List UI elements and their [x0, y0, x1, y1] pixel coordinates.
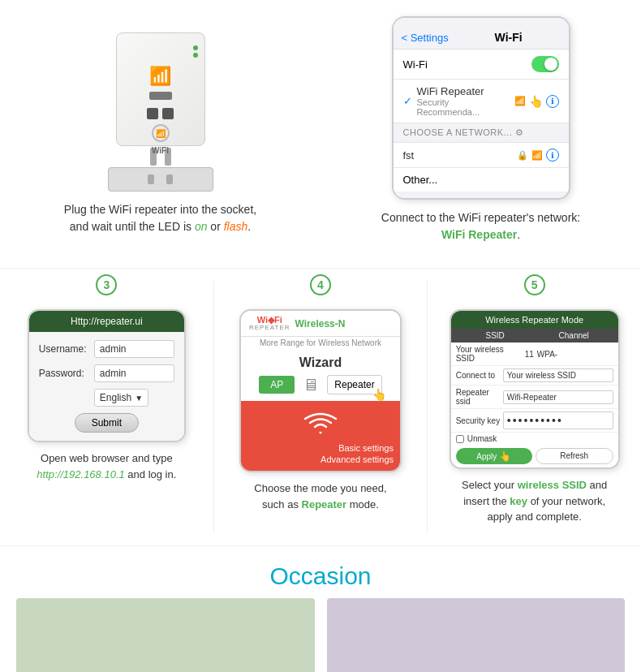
advanced-settings-link[interactable]: Advanced settings: [320, 454, 394, 464]
ios-fst-icons: 🔒 📶 ℹ: [517, 149, 559, 162]
wifi-symbol: 📶: [149, 66, 171, 87]
ios-bottom-bar: [394, 192, 569, 198]
ssid-security: WPA-: [537, 350, 557, 359]
repeater-ssid-input[interactable]: Wifi-Repeater: [503, 390, 613, 404]
step-5-block: 5 Wireless Repeater Mode SSID Channel Yo…: [428, 281, 641, 533]
connect-to-row: Connect to Your wireless SSID: [451, 366, 618, 386]
ios-wifi-toggle[interactable]: [531, 56, 559, 72]
submit-row: Submit: [39, 413, 174, 433]
repeater-ssid-row: Repeater ssid Wifi-Repeater: [451, 386, 618, 409]
step-5-caption: Select your wireless SSID and insert the…: [462, 477, 607, 525]
login-form: Username: admin Password: admin English …: [29, 332, 184, 441]
wizard-screen: Wi◆Fi REPEATER Wireless-N More Range for…: [239, 309, 402, 472]
basic-settings-link[interactable]: Basic settings: [338, 443, 394, 453]
step-3-number-wrapper: 3: [6, 285, 207, 301]
wizard-top-area: Wizard AP 🖥 Repeater 👆: [241, 349, 400, 401]
wizard-bottom-area: Basic settings Advanced settings: [241, 401, 400, 471]
wifi-brand-logo: Wi◆Fi REPEATER: [249, 316, 290, 331]
connect-to-input[interactable]: Your wireless SSID: [503, 368, 613, 382]
touch-indicator: 👆: [529, 95, 543, 108]
top-steps-row: 📶 📶 WiFi: [0, 0, 641, 268]
step-2-image: < Settings Wi-Fi Wi-Fi ✓ WiFi Repeater S…: [333, 16, 629, 200]
ios-info-button[interactable]: ℹ: [546, 95, 559, 108]
password-label: Password:: [39, 368, 94, 379]
wifi-big-icon: [247, 407, 394, 442]
step-2-caption: Connect to the WiFi repeater's network: …: [381, 209, 580, 243]
config-buttons-row: Apply 👆 Refresh: [451, 445, 618, 467]
step-1-block: 📶 📶 WiFi: [0, 8, 320, 252]
security-key-row: Security key ••••••••••: [451, 409, 618, 433]
ios-screen-title: Wi-Fi: [457, 31, 561, 44]
step-2-block: < Settings Wi-Fi Wi-Fi ✓ WiFi Repeater S…: [320, 8, 641, 252]
device-port: [149, 92, 172, 100]
language-dropdown[interactable]: English ▼: [94, 389, 148, 407]
submit-button[interactable]: Submit: [75, 413, 139, 433]
lang-value: English: [100, 392, 131, 403]
wizard-modes: AP 🖥 Repeater 👆: [247, 375, 394, 394]
occasion-image-1: [16, 598, 315, 673]
connect-to-label: Connect to: [456, 371, 503, 380]
occasion-section: Occasion: [0, 545, 641, 673]
ios-back-button[interactable]: < Settings: [402, 32, 449, 44]
fst-wifi-icon: 📶: [531, 150, 543, 161]
occasion-title: Occasion: [0, 562, 641, 590]
ios-phone-mock: < Settings Wi-Fi Wi-Fi ✓ WiFi Repeater S…: [392, 16, 570, 200]
ios-wifi-label: Wi-Fi: [403, 58, 531, 71]
ssid-channel: 11: [525, 350, 534, 359]
led-2: [193, 53, 198, 58]
username-field-row: Username: admin: [39, 340, 174, 358]
middle-steps-row: 3 Http://repeater.ui Username: admin Pas…: [0, 268, 641, 545]
ios-screen: < Settings Wi-Fi Wi-Fi ✓ WiFi Repeater S…: [394, 18, 569, 198]
wizard-subtitle: More Range for Wireless Network: [241, 337, 400, 349]
step-4-number-wrapper: 4: [221, 285, 421, 301]
ap-mode-button[interactable]: AP: [259, 376, 295, 394]
ios-section-header: CHOOSE A NETWORK... ⚙: [394, 123, 569, 143]
step-3-caption: Open web browser and type http://192.168…: [37, 450, 176, 482]
socket-hole-right: [166, 174, 173, 184]
ios-checkmark-icon: ✓: [403, 95, 412, 107]
ios-network-name: WiFi Repeater: [417, 85, 514, 97]
wall-socket: [108, 167, 213, 192]
step-3-number: 3: [96, 274, 117, 295]
port-2: [162, 108, 174, 119]
security-key-label: Security key: [456, 416, 503, 425]
occasion-images: [0, 598, 641, 673]
repeater-btn-wrapper: Repeater 👆: [327, 375, 381, 394]
ios-network-info: WiFi Repeater Security Recommenda...: [417, 85, 514, 117]
socket-hole-left: [148, 174, 154, 184]
username-input[interactable]: admin: [94, 340, 174, 358]
step-4-caption: Choose the mode you need, such as Repeat…: [254, 480, 386, 512]
login-url-bar: Http://repeater.ui: [29, 311, 184, 332]
device-label: WiFi: [152, 146, 169, 155]
wizard-settings-links: Basic settings Advanced settings: [247, 443, 394, 464]
unmask-row: Unmask: [451, 433, 618, 445]
fst-info-button[interactable]: ℹ: [546, 149, 559, 162]
wifi-repeater-device: 📶 📶 WiFi: [116, 32, 205, 146]
apply-button[interactable]: Apply 👆: [456, 448, 532, 464]
security-key-input[interactable]: ••••••••••: [503, 411, 613, 429]
wireless-n-label: Wireless-N: [295, 318, 346, 330]
computer-icon: 🖥: [303, 376, 319, 394]
refresh-button[interactable]: Refresh: [536, 448, 613, 464]
wifi-signal-icon: 📶: [514, 96, 526, 106]
config-table-header: SSID Channel: [451, 329, 618, 342]
wizard-title: Wizard: [247, 355, 394, 370]
occasion-image-2: [327, 598, 626, 673]
ios-fst-row[interactable]: fst 🔒 📶 ℹ: [394, 143, 569, 168]
wizard-header: Wi◆Fi REPEATER Wireless-N: [241, 311, 400, 337]
password-field-row: Password: admin: [39, 364, 174, 382]
port-1: [147, 108, 158, 119]
apply-cursor-icon: 👆: [499, 450, 511, 462]
fst-lock-icon: 🔒: [517, 150, 528, 161]
unmask-checkbox[interactable]: [456, 435, 464, 443]
password-input[interactable]: admin: [94, 364, 174, 382]
ios-wifi-repeater-row[interactable]: ✓ WiFi Repeater Security Recommenda... 📶…: [394, 80, 569, 123]
repeater-sub-label: REPEATER: [249, 325, 290, 331]
step-1-caption: Plug the WiFi repeater into the socket, …: [64, 201, 256, 235]
led-1: [193, 45, 198, 50]
wifi-button: 📶: [152, 124, 170, 142]
ios-wifi-toggle-row: Wi-Fi: [394, 50, 569, 80]
ios-nav-header: < Settings Wi-Fi: [394, 26, 569, 50]
step-4-block: 4 Wi◆Fi REPEATER Wireless-N More Range f…: [214, 281, 428, 533]
ios-other-row[interactable]: Other...: [394, 168, 569, 192]
